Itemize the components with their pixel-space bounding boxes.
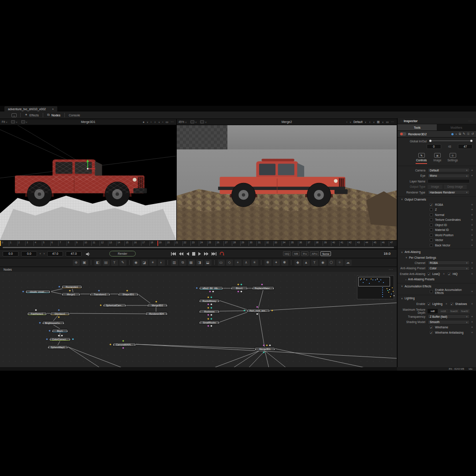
rgba-checkbox[interactable]: ✓ bbox=[430, 203, 433, 206]
color-view-icon[interactable]: ● bbox=[143, 120, 145, 123]
output-channels-section[interactable]: ∨ Output Channels bbox=[398, 196, 476, 202]
node-displace1[interactable]: Displace1 bbox=[50, 312, 70, 316]
node-replacemater-[interactable]: ReplaceMater... bbox=[252, 286, 274, 290]
global-start-field[interactable]: 0.0 bbox=[3, 251, 19, 257]
output-socket[interactable] bbox=[167, 313, 167, 315]
background-icon[interactable]: ◧ bbox=[94, 260, 101, 266]
node-brightnessco-[interactable]: BrightnessCo... bbox=[42, 321, 64, 325]
node-sphericalcam-[interactable]: SphericalCam... bbox=[103, 303, 126, 307]
render-button[interactable]: Render bbox=[109, 251, 136, 257]
expand-icon[interactable]: ▭ bbox=[165, 120, 168, 124]
shadows-checkbox[interactable]: ✓ bbox=[450, 302, 454, 305]
add-keyframe-icon[interactable]: + bbox=[470, 315, 474, 318]
left-viewer-menu-icon[interactable]: ··· bbox=[171, 120, 174, 123]
image-plane-3d-icon[interactable]: ◆ bbox=[294, 260, 301, 266]
node-merge3d2[interactable]: Merge3D2 bbox=[147, 303, 167, 307]
roi-icon[interactable]: ▫ bbox=[162, 120, 163, 123]
light-3d-icon[interactable]: ✧ bbox=[336, 260, 343, 266]
add-keyframe-icon[interactable]: + bbox=[470, 238, 474, 242]
node-merge3d1[interactable]: Merge3D1 bbox=[255, 347, 275, 351]
shading-model-dropdown[interactable]: Smooth∨ bbox=[428, 320, 470, 324]
global-end-field[interactable]: 47.0 bbox=[66, 251, 82, 257]
left-viewer-buffer-dropdown[interactable]: ∨ bbox=[19, 119, 30, 125]
lighting-checkbox[interactable]: ✓ bbox=[428, 302, 431, 305]
blur-icon[interactable]: ◗ bbox=[158, 260, 165, 266]
panel-grip-icon[interactable]: ·· bbox=[401, 119, 404, 123]
node-merge1[interactable]: Merge1 bbox=[62, 292, 80, 296]
texture-depth-int16-button[interactable]: int16 bbox=[438, 309, 448, 313]
nodes-panel-menu-icon[interactable]: ··· bbox=[389, 268, 393, 271]
play-reverse-icon[interactable] bbox=[186, 252, 189, 256]
quality-some-button[interactable]: Some bbox=[320, 251, 331, 256]
transparency-dropdown[interactable]: Z Buffer (fast)∨ bbox=[428, 314, 470, 319]
input-socket[interactable] bbox=[255, 349, 256, 350]
right-viewer-menu-icon[interactable]: ··· bbox=[391, 120, 394, 123]
add-keyframe-icon[interactable]: + bbox=[470, 261, 474, 264]
camera-dropdown[interactable]: Default∨ bbox=[428, 168, 470, 172]
output-type-image-button[interactable]: Image bbox=[428, 185, 443, 189]
channel-booleans-icon[interactable]: ◨ bbox=[196, 260, 203, 266]
input-socket[interactable] bbox=[199, 311, 200, 312]
output-socket[interactable] bbox=[274, 349, 275, 350]
input-socket[interactable] bbox=[90, 294, 91, 295]
add-keyframe-icon[interactable]: + bbox=[444, 302, 449, 305]
texture-coordinates-checkbox[interactable] bbox=[430, 218, 433, 221]
anti-aliasing-section[interactable]: ∨ Anti-Aliasing bbox=[398, 249, 476, 255]
global-out-field[interactable]: 47 bbox=[458, 144, 472, 149]
node-rectangle1[interactable]: Rectangle1 bbox=[62, 285, 82, 289]
right-viewport[interactable] bbox=[177, 125, 397, 240]
split-view-icon[interactable]: ▫ bbox=[346, 120, 347, 123]
add-keyframe-icon[interactable]: + bbox=[470, 208, 474, 211]
output-socket[interactable] bbox=[167, 305, 167, 306]
output-socket[interactable] bbox=[219, 301, 219, 302]
dissolve-icon[interactable]: ⧉ bbox=[179, 260, 186, 266]
timeline-scrollbar[interactable] bbox=[0, 246, 397, 249]
add-keyframe-icon[interactable]: + bbox=[470, 244, 474, 247]
input-socket[interactable] bbox=[199, 322, 200, 324]
add-keyframe-icon[interactable]: + bbox=[470, 203, 474, 206]
input-socket[interactable] bbox=[199, 301, 200, 302]
node-graph[interactable]: Rectangle1clouds_creati...Merge1Transfor… bbox=[0, 272, 397, 367]
input-socket[interactable] bbox=[42, 323, 43, 324]
console-button[interactable]: Console bbox=[65, 112, 84, 119]
output-type-deep-image-button[interactable]: Deep Image bbox=[444, 185, 466, 189]
add-keyframe-icon[interactable]: + bbox=[470, 272, 474, 275]
effects-button[interactable]: ✦ Effects bbox=[21, 112, 43, 119]
3d-view-icon[interactable]: ♁ bbox=[368, 120, 371, 123]
fast-reverse-icon[interactable] bbox=[179, 252, 183, 256]
merge-3d-icon[interactable]: ◉ bbox=[320, 260, 327, 266]
polygon-mask-icon[interactable]: ⌖ bbox=[234, 260, 242, 266]
composition-tab[interactable]: adventure_tvc_sh010_v002 × bbox=[4, 106, 57, 112]
texture-depth-float16-button[interactable]: float16 bbox=[449, 309, 459, 313]
texture-depth-int8-button[interactable]: int8 bbox=[428, 309, 438, 313]
vector-checkbox[interactable] bbox=[430, 238, 433, 242]
add-keyframe-icon[interactable]: + bbox=[470, 234, 474, 237]
output-socket[interactable] bbox=[247, 288, 248, 289]
aa-presets-section[interactable]: › Anti-Aliasing Presets bbox=[398, 277, 476, 282]
loop-icon[interactable] bbox=[219, 252, 224, 256]
node-shape3d1[interactable]: Shape3D1 bbox=[118, 292, 138, 296]
keyer-icon[interactable]: ⬓ bbox=[205, 260, 212, 266]
output-socket[interactable] bbox=[67, 331, 68, 332]
merge-icon[interactable]: ▥ bbox=[171, 260, 178, 266]
per-channel-settings-section[interactable]: ∨ Per Channel Settings bbox=[398, 255, 476, 260]
stop-icon[interactable] bbox=[192, 252, 195, 256]
input-socket[interactable] bbox=[252, 288, 253, 289]
lut-dropdown[interactable]: Default bbox=[353, 120, 363, 123]
output-socket[interactable] bbox=[222, 288, 223, 289]
node-renderer3d4[interactable]: Renderer3D4 bbox=[145, 312, 167, 316]
rectangle-mask-icon[interactable]: ▭ bbox=[218, 260, 225, 266]
grid-icon[interactable]: ▦ bbox=[377, 120, 380, 124]
fast-forward-icon[interactable] bbox=[204, 252, 208, 256]
back-vector-checkbox[interactable] bbox=[430, 244, 433, 247]
matte-control-icon[interactable]: ▦ bbox=[188, 260, 195, 266]
world-position-checkbox[interactable] bbox=[430, 234, 433, 237]
add-keyframe-icon[interactable]: + bbox=[470, 223, 474, 227]
node-transform1[interactable]: Transform1 bbox=[90, 292, 110, 296]
lock-icon[interactable]: ⚿ bbox=[467, 132, 469, 136]
copy-icon[interactable]: ⧉ bbox=[459, 132, 461, 136]
selection-mode-icon[interactable]: ⌄ bbox=[11, 113, 17, 117]
tab-image[interactable]: ▣ Image bbox=[433, 153, 441, 164]
node-cameramain-[interactable]: CameraMAIN... bbox=[113, 342, 136, 346]
add-keyframe-icon[interactable]: + bbox=[470, 320, 474, 324]
